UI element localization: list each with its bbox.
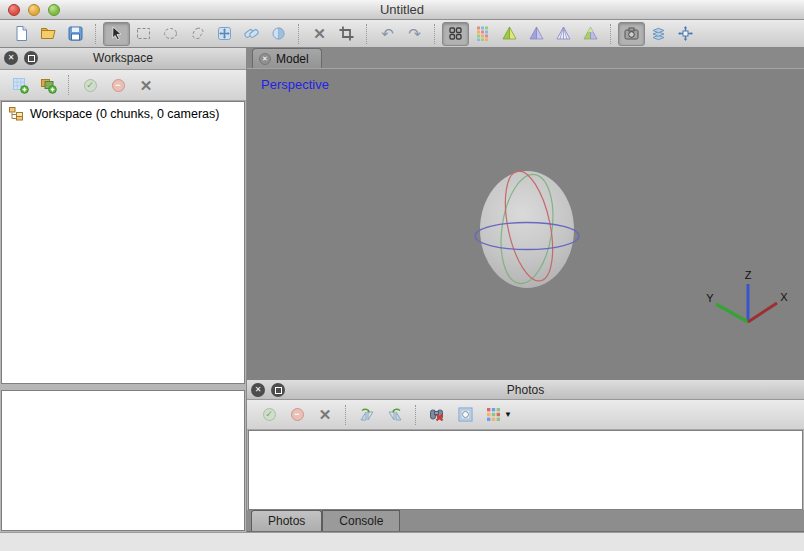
- photos-pane-header: ✕ Photos: [247, 380, 804, 400]
- toolbar-separator: [366, 24, 368, 44]
- dropdown-arrow-icon: ▼: [504, 410, 512, 419]
- toolbar-separator: [610, 24, 612, 44]
- workspace-lower-panel: [1, 390, 245, 531]
- redo-button[interactable]: ↷: [401, 22, 428, 46]
- rotate-right-icon: [358, 406, 376, 423]
- open-photo-button[interactable]: [451, 403, 479, 427]
- window-titlebar: Untitled: [0, 0, 804, 20]
- enable-check-icon: ✓: [84, 79, 97, 92]
- rectangle-selection-icon: [135, 25, 152, 42]
- tab-console-label: Console: [339, 514, 383, 528]
- textured-view-button[interactable]: [577, 22, 604, 46]
- binoculars-icon: [428, 406, 446, 423]
- rotate-right-button[interactable]: [353, 403, 381, 427]
- rectangle-selection-button[interactable]: [130, 22, 157, 46]
- toolbar-separator: [415, 405, 417, 425]
- show-cameras-button[interactable]: [618, 22, 645, 46]
- open-folder-icon: [40, 25, 57, 42]
- tab-model[interactable]: ✕ Model: [252, 48, 322, 68]
- model-viewport[interactable]: Perspective Z Y X: [247, 69, 804, 380]
- photos-remove-button[interactable]: ✕: [311, 403, 339, 427]
- toolbar-separator: [95, 24, 97, 44]
- rotate-left-button[interactable]: [381, 403, 409, 427]
- status-bar: [0, 532, 804, 551]
- workspace-tree-root[interactable]: Workspace (0 chunks, 0 cameras): [2, 102, 244, 123]
- open-project-button[interactable]: [35, 22, 62, 46]
- main-toolbar: ✕ ↶ ↷: [0, 20, 804, 48]
- solid-pyramid-icon: [528, 25, 545, 42]
- model-tab-bar: ✕ Model: [247, 48, 804, 69]
- delete-x-icon: ✕: [313, 26, 326, 41]
- toolbar-separator: [68, 75, 70, 95]
- disable-minus-icon: −: [112, 79, 125, 92]
- window-title: Untitled: [0, 2, 804, 17]
- save-project-button[interactable]: [62, 22, 89, 46]
- point-cloud-icon: [447, 25, 464, 42]
- navigation-button[interactable]: [103, 22, 130, 46]
- view-matches-button[interactable]: [423, 403, 451, 427]
- remove-x-icon: ✕: [140, 78, 153, 93]
- point-cloud-view-button[interactable]: [442, 22, 469, 46]
- model-tab-label: Model: [276, 52, 309, 66]
- remove-button[interactable]: ✕: [132, 73, 160, 97]
- shaded-pyramid-icon: [501, 25, 518, 42]
- workspace-icon: [8, 106, 24, 121]
- move-object-icon: [216, 25, 233, 42]
- reset-view-button[interactable]: [672, 22, 699, 46]
- undo-icon: ↶: [381, 26, 394, 41]
- wireframe-view-button[interactable]: [550, 22, 577, 46]
- new-document-button[interactable]: [8, 22, 35, 46]
- photos-enable-button[interactable]: ✓: [255, 403, 283, 427]
- freeform-selection-button[interactable]: [184, 22, 211, 46]
- add-photos-icon: [40, 77, 57, 94]
- view-mode-button[interactable]: ▼: [479, 403, 519, 427]
- textured-pyramid-icon: [582, 25, 599, 42]
- photos-disable-button[interactable]: −: [283, 403, 311, 427]
- workspace-toolbar: ✓ − ✕: [0, 70, 246, 101]
- delete-selection-button[interactable]: ✕: [306, 22, 333, 46]
- add-chunk-button[interactable]: [6, 73, 34, 97]
- photos-content-area[interactable]: [248, 430, 803, 510]
- cursor-arrow-icon: [108, 25, 125, 42]
- enable-button[interactable]: ✓: [76, 73, 104, 97]
- disable-minus-icon: −: [291, 408, 304, 421]
- shaded-view-button[interactable]: [496, 22, 523, 46]
- model-pane: ✕ Model Perspective Z Y X: [247, 48, 804, 532]
- application-window: Untitled: [0, 0, 804, 551]
- freeform-selection-icon: [189, 25, 206, 42]
- remove-x-icon: ✕: [319, 407, 332, 422]
- new-document-icon: [13, 25, 30, 42]
- show-photos-button[interactable]: [645, 22, 672, 46]
- dense-cloud-view-button[interactable]: [469, 22, 496, 46]
- photo-layers-icon: [650, 25, 667, 42]
- workspace-pane: ✕ Workspace ✓ − ✕: [0, 48, 247, 532]
- tab-console[interactable]: Console: [322, 510, 400, 531]
- photos-pane-title: Photos: [247, 383, 804, 397]
- wireframe-pyramid-icon: [555, 25, 572, 42]
- dense-cloud-icon: [474, 25, 491, 42]
- crop-selection-button[interactable]: [333, 22, 360, 46]
- add-photos-button[interactable]: [34, 73, 62, 97]
- model-tab-close-icon[interactable]: ✕: [259, 53, 271, 65]
- redo-icon: ↷: [408, 26, 421, 41]
- view-mode-grid-icon: [486, 407, 501, 423]
- rotate-object-button[interactable]: [238, 22, 265, 46]
- tab-photos[interactable]: Photos: [251, 510, 322, 531]
- circle-selection-button[interactable]: [157, 22, 184, 46]
- workspace-pane-title: Workspace: [0, 51, 246, 65]
- axis-y-label: Y: [706, 292, 714, 304]
- disable-button[interactable]: −: [104, 73, 132, 97]
- toolbar-separator: [298, 24, 300, 44]
- workspace-tree-root-label: Workspace (0 chunks, 0 cameras): [30, 107, 219, 121]
- reset-view-icon: [677, 25, 694, 42]
- move-object-button[interactable]: [211, 22, 238, 46]
- undo-button[interactable]: ↶: [374, 22, 401, 46]
- circle-selection-icon: [162, 25, 179, 42]
- photos-toolbar: ✓ − ✕ ▼: [247, 400, 804, 430]
- scale-object-button[interactable]: [265, 22, 292, 46]
- workspace-tree: Workspace (0 chunks, 0 cameras): [1, 101, 245, 384]
- axis-gizmo: Z Y X: [247, 69, 804, 380]
- tab-photos-label: Photos: [268, 514, 305, 528]
- save-icon: [67, 25, 84, 42]
- solid-view-button[interactable]: [523, 22, 550, 46]
